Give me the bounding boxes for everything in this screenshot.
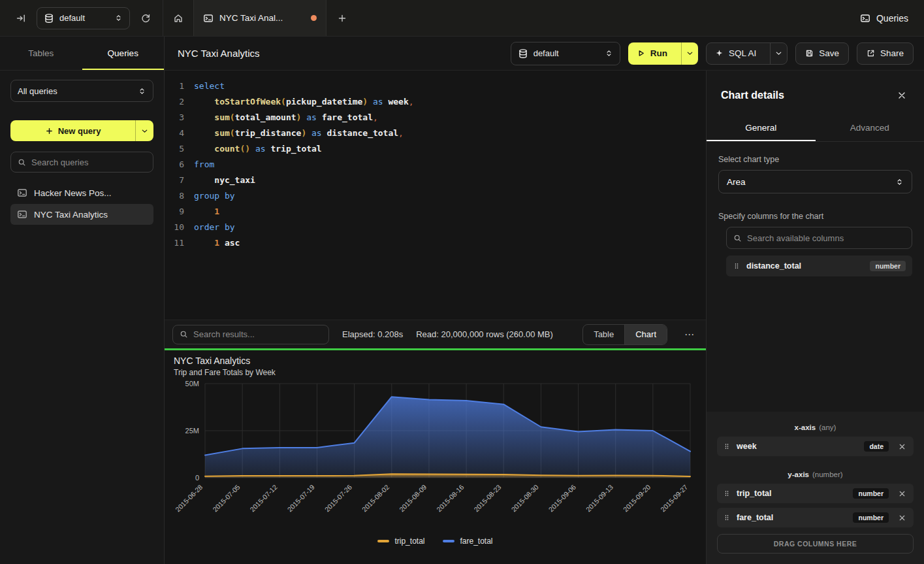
columns-block: distance_total number — [726, 227, 912, 276]
tab-advanced[interactable]: Advanced — [816, 116, 924, 141]
collapse-sidebar-button[interactable] — [12, 9, 30, 27]
code-line[interactable]: 7 nyc_taxi — [165, 173, 706, 188]
save-label: Save — [819, 48, 839, 58]
legend-item[interactable]: trip_total — [377, 537, 424, 546]
column-type-badge: number — [853, 512, 889, 523]
save-button[interactable]: Save — [795, 42, 849, 65]
svg-text:0: 0 — [195, 474, 199, 482]
line-number: 4 — [165, 125, 184, 141]
remove-column-button[interactable] — [896, 512, 908, 523]
remove-column-button[interactable] — [896, 440, 908, 452]
query-list-item[interactable]: Hacker News Pos... — [10, 182, 153, 203]
code-line[interactable]: 4 sum(trip_distance) as distance_total, — [165, 125, 706, 141]
svg-text:2015-09-06: 2015-09-06 — [547, 483, 577, 514]
sql-editor[interactable]: 1select2 toStartOfWeek(pickup_datetime) … — [165, 71, 706, 320]
panel-body: Select chart type Area Specify columns f… — [707, 142, 924, 564]
area-chart[interactable]: 025M50M2015-06-282015-07-052015-07-12201… — [174, 380, 697, 537]
search-queries-box — [10, 152, 153, 173]
search-columns-input[interactable] — [747, 233, 905, 243]
column-type-badge: number — [870, 261, 906, 271]
queries-filter-value: All queries — [18, 86, 57, 96]
code-line[interactable]: 6from — [165, 157, 706, 173]
column-name: week — [737, 442, 757, 451]
page-title: NYC Taxi Analytics — [178, 48, 260, 59]
chart-type-select[interactable]: Area — [718, 170, 912, 193]
refresh-button[interactable] — [136, 9, 155, 27]
chevron-down-icon — [774, 49, 783, 58]
svg-text:2015-08-30: 2015-08-30 — [509, 483, 540, 514]
columns-label: Specify columns for the chart — [718, 212, 912, 221]
sidebar-body: All queries New query — [0, 71, 164, 235]
line-number: 10 — [165, 220, 184, 235]
new-query-split-button: New query — [10, 120, 153, 141]
share-button[interactable]: Share — [857, 42, 914, 65]
code-line[interactable]: 10order by — [165, 220, 706, 235]
home-button[interactable] — [163, 0, 193, 36]
remove-column-button[interactable] — [896, 488, 908, 499]
sidebar-tab-tables[interactable]: Tables — [0, 37, 82, 70]
queries-filter-select[interactable]: All queries — [10, 80, 153, 102]
chart-view-tab[interactable]: Chart — [624, 325, 667, 344]
terminal-icon — [17, 188, 27, 198]
run-split-button: Run — [628, 42, 698, 65]
header-database-value: default — [534, 48, 599, 58]
code-line[interactable]: 1select — [165, 78, 706, 94]
svg-text:2015-09-13: 2015-09-13 — [584, 483, 615, 514]
legend-swatch — [377, 540, 389, 542]
sql-ai-button[interactable]: SQL AI — [707, 43, 765, 64]
close-panel-button[interactable] — [894, 88, 910, 103]
chart-legend: trip_total fare_total — [174, 537, 697, 546]
line-number: 1 — [165, 78, 184, 94]
sql-ai-dropdown-button[interactable] — [770, 43, 787, 64]
code-line[interactable]: 5 count() as trip_total — [165, 141, 706, 157]
query-list-item[interactable]: NYC Taxi Analytics — [10, 204, 153, 225]
code-line[interactable]: 9 1 — [165, 204, 706, 220]
body: Tables Queries All queries New query — [0, 37, 924, 564]
sql-ai-split-button: SQL AI — [706, 42, 788, 65]
queries-button[interactable]: Queries — [860, 13, 908, 24]
new-tab-button[interactable] — [327, 0, 358, 36]
tab-general[interactable]: General — [707, 116, 816, 141]
code-line[interactable]: 8group by — [165, 188, 706, 204]
rows-read-stat: Read: 20,000,000 rows (260.00 MB) — [416, 329, 553, 339]
legend-label: fare_total — [460, 537, 492, 546]
sidebar-tab-queries[interactable]: Queries — [82, 37, 165, 70]
search-queries-input[interactable] — [31, 158, 146, 167]
main-column: 1select2 toStartOfWeek(pickup_datetime) … — [165, 71, 706, 564]
query-tab[interactable]: NYC Taxi Anal... — [193, 0, 327, 36]
database-icon — [44, 13, 54, 24]
close-icon — [898, 514, 906, 522]
close-icon — [898, 442, 906, 451]
run-button[interactable]: Run — [628, 42, 676, 65]
terminal-icon — [203, 13, 214, 24]
code-line[interactable]: 2 toStartOfWeek(pickup_datetime) as week… — [165, 94, 706, 110]
available-column-chip[interactable]: distance_total number — [726, 256, 912, 276]
topbar-database-selector[interactable]: default — [37, 7, 130, 29]
header-database-selector[interactable]: default — [511, 42, 620, 65]
legend-label: trip_total — [394, 537, 424, 546]
x-axis-chip[interactable]: week date — [717, 437, 914, 456]
code-line[interactable]: 3 sum(total_amount) as fare_total, — [165, 110, 706, 125]
tab-strip: NYC Taxi Anal... — [163, 0, 358, 36]
new-query-dropdown-button[interactable] — [135, 120, 153, 141]
sql-ai-label: SQL AI — [729, 48, 756, 58]
sidebar: Tables Queries All queries New query — [0, 37, 165, 564]
y-axis-heading: y-axis(number) — [717, 471, 914, 478]
axes-card: x-axis(any) week date — [707, 412, 924, 564]
save-icon — [805, 49, 814, 58]
new-query-button[interactable]: New query — [10, 120, 135, 141]
legend-item[interactable]: fare_total — [443, 537, 492, 546]
svg-text:2015-06-28: 2015-06-28 — [174, 483, 204, 514]
svg-text:2015-08-02: 2015-08-02 — [360, 483, 391, 514]
more-options-button[interactable]: ⋯ — [680, 329, 698, 340]
code-line[interactable]: 11 1 asc — [165, 235, 706, 251]
search-results-input[interactable] — [193, 329, 322, 339]
svg-text:2015-09-20: 2015-09-20 — [622, 483, 652, 514]
panel-header: Chart details — [707, 71, 924, 116]
y-axis-chip[interactable]: trip_total number — [717, 484, 914, 503]
drop-zone[interactable]: DRAG COLUMNS HERE — [717, 534, 914, 554]
run-dropdown-button[interactable] — [681, 42, 698, 65]
y-axis-chip[interactable]: fare_total number — [717, 508, 914, 527]
table-view-tab[interactable]: Table — [583, 325, 624, 344]
svg-text:2015-08-16: 2015-08-16 — [435, 483, 466, 514]
